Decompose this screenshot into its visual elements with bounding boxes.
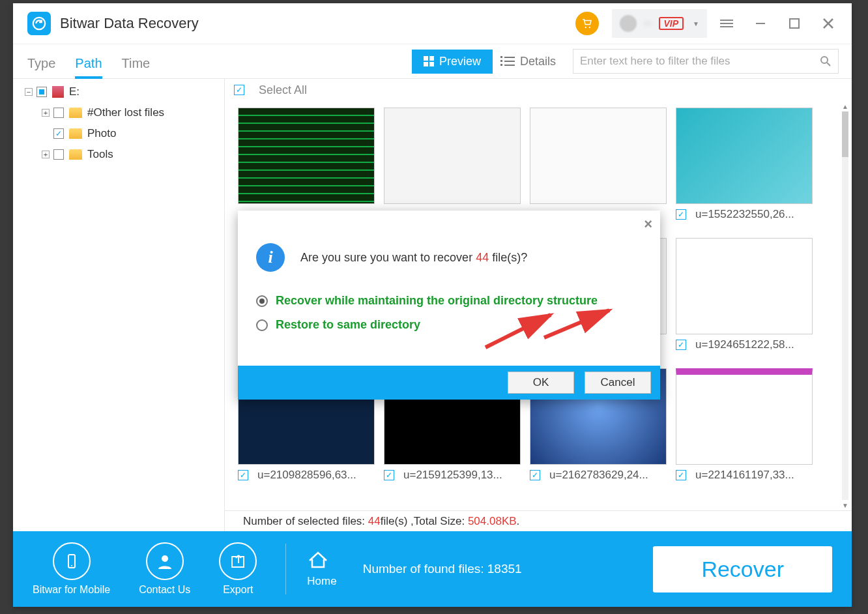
app-title: Bitwar Data Recovery xyxy=(60,15,199,32)
thumbnail-image xyxy=(676,238,813,334)
expand-icon[interactable]: + xyxy=(42,151,50,158)
user-block[interactable]: ··· VIP ▼ xyxy=(612,9,707,38)
expand-icon[interactable]: + xyxy=(42,109,50,117)
tree-checkbox[interactable] xyxy=(36,87,47,97)
menu-button[interactable] xyxy=(712,9,741,38)
thumb-checkbox[interactable]: ✓ xyxy=(530,470,540,480)
hamburger-icon xyxy=(720,18,733,29)
dialog-close-button[interactable]: × xyxy=(644,216,652,233)
cart-button[interactable] xyxy=(575,12,599,35)
view-details-label: Details xyxy=(520,55,556,68)
recover-button[interactable]: Recover xyxy=(653,546,832,592)
thumbnail-item[interactable] xyxy=(238,108,375,221)
option-same-directory[interactable]: Restore to same directory xyxy=(256,318,642,332)
thumb-caption: u=1924651222,58... xyxy=(695,338,794,351)
thumb-checkbox[interactable]: ✓ xyxy=(238,470,248,480)
titlebar: Bitwar Data Recovery ··· VIP ▼ xyxy=(13,3,852,44)
scroll-up-icon[interactable]: ▲ xyxy=(840,101,850,111)
select-all-label: Select All xyxy=(259,83,307,97)
tab-time[interactable]: Time xyxy=(122,56,151,78)
thumbnail-item[interactable]: ✓u=1924651222,58... xyxy=(676,238,813,351)
thumb-checkbox[interactable]: ✓ xyxy=(384,470,394,480)
thumbnail-image xyxy=(238,108,375,204)
export-button[interactable]: Export xyxy=(219,542,257,596)
tree-item-label: Photo xyxy=(87,127,116,140)
close-button[interactable] xyxy=(814,9,843,38)
thumb-checkbox[interactable]: ✓ xyxy=(676,340,686,350)
found-files-text: Number of found files: 18351 xyxy=(363,562,522,576)
select-all-checkbox[interactable]: ✓ xyxy=(234,85,244,95)
tab-path[interactable]: Path xyxy=(75,56,102,79)
scroll-down-icon[interactable]: ▼ xyxy=(840,500,850,510)
maximize-button[interactable] xyxy=(780,9,809,38)
info-icon: i xyxy=(256,243,285,272)
select-all-row: ✓ Select All xyxy=(225,79,852,101)
radio-unselected[interactable] xyxy=(256,319,268,331)
collapse-icon[interactable]: − xyxy=(25,88,33,96)
tree-checkbox[interactable] xyxy=(53,108,64,118)
svg-rect-4 xyxy=(790,19,799,28)
thumbnail-image xyxy=(530,108,667,204)
option-label: Restore to same directory xyxy=(276,318,420,332)
tree-checkbox[interactable]: ✓ xyxy=(53,128,64,139)
view-preview-button[interactable]: Preview xyxy=(412,50,493,74)
confirm-recover-dialog: × i Are you sure you want to recover 44 … xyxy=(238,211,660,400)
app-logo xyxy=(27,12,51,35)
thumb-caption: u=2162783629,24... xyxy=(549,469,648,482)
left-tabs: Type Path Time xyxy=(27,56,150,78)
svg-point-7 xyxy=(821,57,828,63)
tree-item-other[interactable]: + #Other lost files xyxy=(13,102,224,123)
tree-root[interactable]: − E: xyxy=(13,81,224,102)
mobile-icon xyxy=(63,553,80,570)
bitwar-mobile-button[interactable]: Bitwar for Mobile xyxy=(33,542,110,596)
dialog-question: Are you sure you want to recover 44 file… xyxy=(300,251,527,265)
cancel-button[interactable]: Cancel xyxy=(585,372,651,394)
radio-selected[interactable] xyxy=(256,295,268,307)
svg-point-0 xyxy=(33,18,45,29)
thumb-checkbox[interactable]: ✓ xyxy=(676,209,686,220)
tree-item-tools[interactable]: + Tools xyxy=(13,144,224,165)
view-details-button[interactable]: Details xyxy=(493,50,568,74)
contact-us-button[interactable]: Contact Us xyxy=(139,542,190,596)
user-name: ··· xyxy=(643,18,652,29)
folder-icon xyxy=(69,108,82,118)
list-icon xyxy=(504,57,515,66)
svg-point-11 xyxy=(162,555,168,562)
thumbnail-item[interactable]: ✓u=1552232550,26... xyxy=(676,108,813,221)
tab-type[interactable]: Type xyxy=(27,56,55,78)
option-maintain-structure[interactable]: Recover while maintaining the original d… xyxy=(256,294,642,308)
tree-checkbox[interactable] xyxy=(53,149,64,160)
thumbnail-item[interactable]: ✓u=2214161197,33... xyxy=(676,368,813,482)
thumb-checkbox[interactable]: ✓ xyxy=(676,470,686,480)
close-icon xyxy=(822,17,835,30)
filter-input[interactable]: Enter text here to filter the files xyxy=(573,49,839,74)
svg-point-10 xyxy=(71,565,72,566)
home-label: Home xyxy=(307,575,336,588)
filter-placeholder: Enter text here to filter the files xyxy=(580,55,820,68)
folder-icon xyxy=(69,128,82,139)
vertical-scrollbar[interactable]: ▲ ▼ xyxy=(840,101,850,510)
thumbnail-image xyxy=(384,108,521,204)
home-icon xyxy=(307,550,329,570)
thumbnail-item[interactable] xyxy=(530,108,667,221)
view-toggle: Preview Details xyxy=(412,50,568,74)
minimize-button[interactable] xyxy=(746,9,775,38)
thumbnail-image xyxy=(676,368,813,465)
scrollbar-thumb[interactable] xyxy=(842,111,848,157)
export-label: Export xyxy=(223,584,253,596)
thumb-caption: u=1552232550,26... xyxy=(695,208,794,221)
ok-button[interactable]: OK xyxy=(508,372,574,394)
scrollbar-track[interactable] xyxy=(842,111,848,500)
export-icon xyxy=(229,553,246,570)
grid-icon xyxy=(424,56,434,66)
home-button[interactable]: Home xyxy=(307,550,336,588)
thumb-caption: u=2214161197,33... xyxy=(695,469,794,482)
tree-item-photo[interactable]: ✓ Photo xyxy=(13,123,224,144)
search-icon xyxy=(820,55,832,67)
no-twist xyxy=(42,130,50,138)
folder-icon xyxy=(69,149,82,160)
maximize-icon xyxy=(788,18,800,29)
thumbnail-item[interactable] xyxy=(384,108,521,221)
toolbar: Type Path Time Preview Details Enter tex… xyxy=(13,44,852,79)
cart-icon xyxy=(581,18,593,29)
